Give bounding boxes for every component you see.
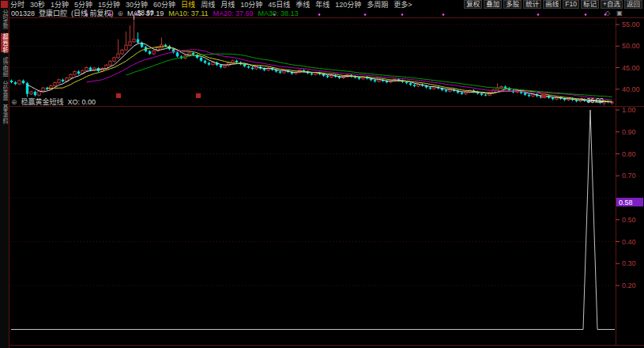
toolbar-button-4[interactable]: 统计 <box>523 0 541 9</box>
left-tab-strip: 分时走势超赢分析成交明细分价表盘基本资料 <box>0 0 9 348</box>
ma-legend-3: MA20: 37.69 <box>213 9 254 17</box>
toolbar-button-6[interactable]: F10 <box>563 0 579 9</box>
toolbar-button-5[interactable]: 画线 <box>543 0 561 9</box>
stock-name[interactable]: 登康口腔 <box>39 8 67 18</box>
app-corner-icon[interactable] <box>1 1 8 8</box>
main-indicator-toggle-icon[interactable]: ⊕ <box>118 9 124 17</box>
signal-badge <box>541 93 546 98</box>
sub-axis-label: 0.40 <box>622 238 636 246</box>
axis-value-tag-text: 0.58 <box>619 199 633 206</box>
indicator-name[interactable]: 稳赢黄金短线 <box>21 96 64 107</box>
sub-axis-label: 0.30 <box>622 259 636 267</box>
toolbar-buttons: 复权叠加多股统计画线F10标记+自选返回 <box>464 0 644 9</box>
period-item-17[interactable]: 更多> <box>394 0 412 9</box>
sub-axis-label: 0.50 <box>622 216 636 224</box>
indicator-label-row: ⊕ 稳赢黄金短线 XO: 0.00 <box>11 97 96 106</box>
stock-app-window: 分时走势超赢分析成交明细分价表盘基本资料 分时30秒1分钟5分钟15分钟30分钟… <box>0 0 644 348</box>
sub-axis-label: 1.00 <box>622 106 636 114</box>
sub-axis-label: 0.90 <box>622 128 636 136</box>
sidebar-tab-4[interactable]: 分价表盘 <box>1 81 9 100</box>
sidebar-tab-1[interactable]: 分时走势 <box>1 9 9 28</box>
sidebar-tab-3[interactable]: 成交明细 <box>1 57 9 76</box>
ma20-line <box>87 50 612 100</box>
candlesticks <box>10 21 613 106</box>
sub-axis-label: 0.20 <box>622 282 636 289</box>
sidebar-tab-2[interactable]: 超赢分析 <box>1 33 9 52</box>
main-axis-label: 40.00 <box>622 85 640 93</box>
main-axis-label: 50.00 <box>622 42 640 50</box>
diamond-icon[interactable]: ◇ <box>605 9 610 17</box>
sub-axis-label: 0.80 <box>622 150 636 158</box>
low-annotation: 36.00 <box>587 96 604 104</box>
ma-legend: MA5: 37.19MA10: 37.11MA20: 37.69MA30: 38… <box>127 9 299 17</box>
sub-axis-label: 0.70 <box>622 172 636 180</box>
period-item-16[interactable]: 多周期 <box>367 0 388 9</box>
stock-info-row: 001328 登康口腔 (日线 前复权) ⊕ MA5: 37.19MA10: 3… <box>11 9 299 17</box>
event-dot <box>537 13 540 16</box>
indicator-value: XO: 0.00 <box>68 98 96 106</box>
stock-code: 001328 <box>11 9 35 17</box>
ma-legend-2: MA10: 37.11 <box>168 9 208 17</box>
event-dot <box>585 13 587 16</box>
event-dot <box>318 13 321 16</box>
period-item-14[interactable]: 年线 <box>315 0 330 9</box>
period-item-15[interactable]: 120分钟 <box>335 0 361 9</box>
main-axis-label: 45.00 <box>622 64 640 72</box>
window-icon[interactable]: ▣ <box>616 9 623 17</box>
toolbar-button-7[interactable]: 标记 <box>581 0 599 9</box>
event-dot <box>401 13 404 16</box>
toolbar-button-2[interactable]: 叠加 <box>484 0 502 9</box>
toolbar-button-8[interactable]: +自选 <box>601 0 623 9</box>
sidebar-tab-5[interactable]: 基本资料 <box>1 104 9 123</box>
signal-badge <box>116 93 121 98</box>
signal-badge <box>196 93 201 98</box>
main-axis-label: 55.00 <box>622 21 640 28</box>
chart-mode-label: (日线 前复权) <box>71 8 114 18</box>
chart-canvas[interactable]: 55.0050.0045.0040.0058.6936.001.000.900.… <box>0 0 644 348</box>
event-dot <box>364 13 367 16</box>
ma-legend-1: MA5: 37.19 <box>127 9 164 17</box>
toolbar-button-1[interactable]: 复权 <box>464 0 482 9</box>
indicator-spike-line <box>11 110 615 330</box>
row2-mini-icons: ◇ ▣ <box>605 9 623 17</box>
event-dot <box>443 13 445 16</box>
toolbar-button-3[interactable]: 多股 <box>503 0 522 9</box>
ma-legend-4: MA30: 38.13 <box>258 9 299 17</box>
indicator-toggle-icon[interactable]: ⊕ <box>11 98 17 106</box>
toolbar-button-9[interactable]: 返回 <box>624 0 642 9</box>
